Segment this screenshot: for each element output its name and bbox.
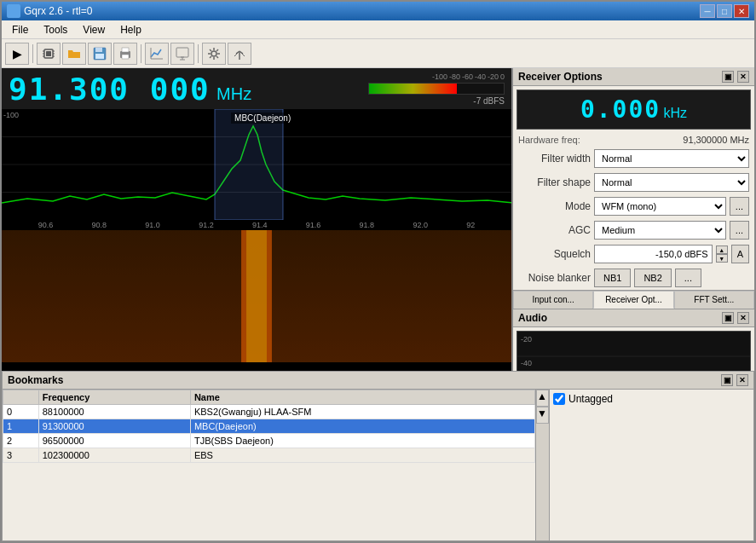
nb1-button[interactable]: NB1 <box>594 269 631 287</box>
receiver-options-title: Receiver Options <box>518 71 603 83</box>
svg-rect-43 <box>517 332 750 371</box>
rx-restore-btn[interactable]: ▣ <box>722 71 734 83</box>
tab-input-con[interactable]: Input con... <box>513 291 593 309</box>
audio-title: Audio <box>518 312 547 324</box>
spectrum-svg <box>2 109 511 220</box>
waterfall[interactable] <box>2 230 511 362</box>
left-panel: 91.300 000 MHz -100 -80 -60 -40 -20 0 <box>2 68 511 371</box>
toolbar-sep-1 <box>32 44 33 63</box>
bottom-section: Bookmarks ▣ ✕ Frequency Name <box>2 371 754 541</box>
bookmarks-title: Bookmarks <box>8 374 63 386</box>
audio-panel: Audio ▣ ✕ -20 <box>513 309 754 371</box>
chart-button[interactable] <box>145 43 169 65</box>
svg-line-33 <box>239 51 245 56</box>
svg-rect-13 <box>122 55 129 59</box>
cpu-button[interactable] <box>37 43 61 65</box>
menu-view[interactable]: View <box>76 22 112 38</box>
tab-receiver-opt[interactable]: Receiver Opt... <box>593 291 673 309</box>
squelch-label: Squelch <box>518 248 591 260</box>
menu-tools[interactable]: Tools <box>37 22 74 38</box>
table-row[interactable]: 3 102300000 EBS <box>3 448 535 463</box>
hardware-freq-row: Hardware freq: 91,300000 MHz <box>513 133 754 147</box>
table-row[interactable]: 1 91300000 MBC(Daejeon) <box>3 419 535 434</box>
table-row[interactable]: 2 96500000 TJB(SBS Daejeon) <box>3 434 535 448</box>
agc-select[interactable]: Medium <box>594 221 726 240</box>
filter-shape-select[interactable]: Normal <box>594 173 749 192</box>
svg-rect-9 <box>95 48 102 52</box>
tab-fft-sett[interactable]: FFT Sett... <box>674 291 754 309</box>
rx-freq-unit: kHz <box>664 106 688 120</box>
mode-select[interactable]: WFM (mono) <box>594 197 726 216</box>
audio-restore-btn[interactable]: ▣ <box>722 312 734 324</box>
audio-spectrum: -20 -40 5 10 15 20 <box>517 331 751 371</box>
bookmarks-scrollbar[interactable]: ▲ ▼ <box>535 390 549 540</box>
filter-width-label: Filter width <box>518 153 591 165</box>
squelch-row: Squelch ▲ ▼ A <box>513 242 754 266</box>
menu-help[interactable]: Help <box>113 22 148 38</box>
squelch-down-btn[interactable]: ▼ <box>716 254 728 263</box>
table-row[interactable]: 0 88100000 KBS2(Gwangju) HLAA-SFM <box>3 405 535 419</box>
mode-extra-btn[interactable]: ... <box>730 197 749 216</box>
squelch-up-btn[interactable]: ▲ <box>716 246 728 254</box>
toolbar: ▶ <box>2 39 754 68</box>
filter-width-select[interactable]: Normal <box>594 149 749 168</box>
play-button[interactable]: ▶ <box>5 43 29 65</box>
squelch-auto-btn[interactable]: A <box>731 245 749 263</box>
rx-freq-display: 0.000 kHz <box>517 90 751 130</box>
svg-line-27 <box>210 56 211 58</box>
row-freq-2: 96500000 <box>38 434 190 448</box>
title-bar: Gqrx 2.6 - rtl=0 ─ □ ✕ <box>2 2 754 20</box>
settings-button[interactable] <box>202 43 226 65</box>
nb-extra-btn[interactable]: ... <box>675 269 701 287</box>
freq-readout: 91.300 000 MHz <box>9 72 251 107</box>
noise-blanker-label: Noise blanker <box>518 272 591 284</box>
bookmarks-restore-btn[interactable]: ▣ <box>721 374 733 386</box>
filter-shape-label: Filter shape <box>518 176 591 188</box>
nb2-button[interactable]: NB2 <box>634 269 671 287</box>
minimize-button[interactable]: ─ <box>700 4 715 18</box>
audio-header: Audio ▣ ✕ <box>513 309 754 327</box>
title-controls: ─ □ ✕ <box>700 4 749 18</box>
folder-button[interactable] <box>62 43 86 65</box>
menu-bar: File Tools View Help <box>2 20 754 39</box>
noise-blanker-row: Noise blanker NB1 NB2 ... <box>513 266 754 290</box>
scroll-down-btn[interactable]: ▼ <box>536 407 549 424</box>
receiver-options-header: Receiver Options ▣ ✕ <box>513 68 754 86</box>
spectrum-canvas[interactable]: -100 MBC(Daejeon) <box>2 109 511 220</box>
main-window: Gqrx 2.6 - rtl=0 ─ □ ✕ File Tools View H… <box>0 0 756 543</box>
signal-meter-bar <box>368 83 505 95</box>
print-button[interactable] <box>113 43 137 65</box>
mode-label: Mode <box>518 200 591 212</box>
bookmarks-content: Frequency Name 0 88100000 KBS2(Gwangju) … <box>3 390 753 540</box>
squelch-input[interactable] <box>594 245 713 263</box>
antenna-button[interactable] <box>228 43 251 65</box>
bookmarks-close-btn[interactable]: ✕ <box>736 374 748 386</box>
close-button[interactable]: ✕ <box>734 4 749 18</box>
spectrum-x-labels: 90.6 90.8 91.0 91.2 91.4 91.6 91.8 92.0 … <box>2 220 511 230</box>
right-panel: Receiver Options ▣ ✕ 0.000 kHz Hardware … <box>511 68 754 371</box>
menu-file[interactable]: File <box>5 22 35 38</box>
monitor-button[interactable] <box>170 43 194 65</box>
hw-freq-label: Hardware freq: <box>518 135 580 145</box>
scroll-up-btn[interactable]: ▲ <box>536 390 549 407</box>
squelch-spinner: ▲ ▼ <box>716 246 728 263</box>
rx-freq-num: 0.000 <box>580 95 661 124</box>
spectrum-y-labels: -100 <box>3 109 19 220</box>
toolbar-sep-3 <box>198 44 199 63</box>
tags-panel: Untagged <box>549 390 753 540</box>
agc-extra-btn[interactable]: ... <box>730 221 749 240</box>
maximize-button[interactable]: □ <box>717 4 732 18</box>
svg-line-28 <box>216 49 218 51</box>
row-freq-1: 91300000 <box>38 419 190 434</box>
audio-close-btn[interactable]: ✕ <box>737 312 749 324</box>
svg-rect-42 <box>2 230 511 362</box>
meter-db-label: -7 dBFS <box>473 96 505 106</box>
audio-spectrum-svg: -20 -40 <box>517 332 750 371</box>
row-id-3: 3 <box>3 448 39 463</box>
row-name-3: EBS <box>190 448 534 463</box>
freq-number: 91.300 000 <box>9 72 211 107</box>
rx-close-btn[interactable]: ✕ <box>737 71 749 83</box>
tag-checkbox-untagged[interactable] <box>553 393 565 405</box>
save-button[interactable] <box>88 43 112 65</box>
rx-header-controls: ▣ ✕ <box>722 71 749 83</box>
